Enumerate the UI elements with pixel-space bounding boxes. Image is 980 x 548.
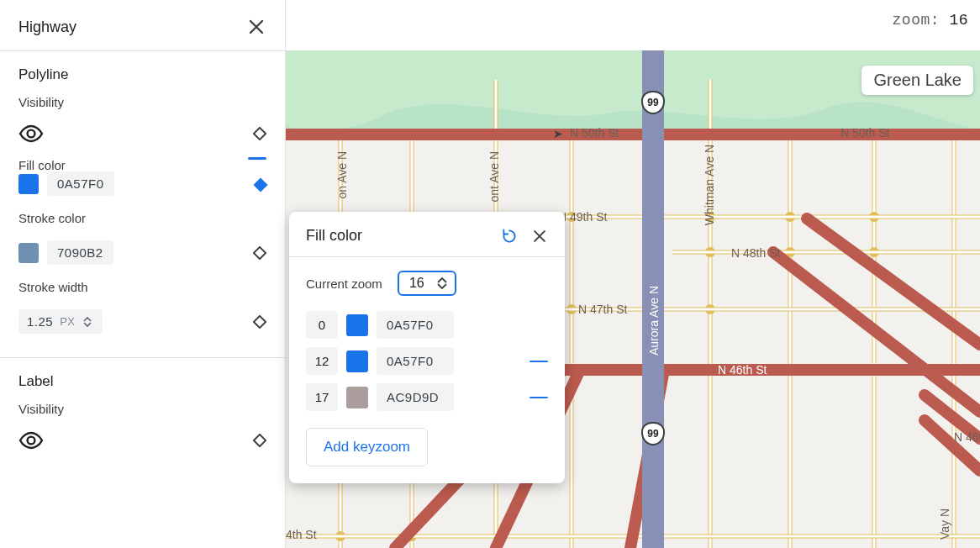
keyzoom-color-swatch[interactable]: [346, 350, 368, 372]
polyline-section-title: Polyline: [18, 66, 266, 83]
label-visibility-row: [18, 426, 266, 461]
diamond-icon[interactable]: [253, 315, 266, 329]
stepper-icon[interactable]: [436, 277, 448, 289]
street-label-n50: N 50th St: [570, 126, 619, 140]
street-label-n48: N 48th St: [731, 246, 780, 260]
label-section-title: Label: [18, 373, 266, 390]
fill-color-row: 0A57F0: [18, 166, 266, 208]
stroke-width-row: 1.25 PX: [18, 304, 266, 345]
keyzoom-color-swatch[interactable]: [346, 314, 368, 336]
zoom-indicator-value: 16: [949, 12, 968, 29]
popup-header: Fill color: [289, 212, 565, 257]
street-label-on2: on Ave N: [335, 151, 349, 199]
zoom-indicator: zoom: 16: [893, 12, 968, 29]
remove-keyzoom-icon[interactable]: [530, 361, 548, 362]
stroke-width-label: Stroke width: [18, 280, 266, 294]
visibility-label: Visibility: [18, 95, 266, 109]
street-label-n50: N 50th St: [840, 126, 889, 140]
street-label-n46: N 46th St: [718, 363, 767, 377]
current-zoom-input[interactable]: 16: [398, 271, 456, 296]
sidebar: Highway Polyline Visibility Fill color: [0, 0, 286, 548]
street-label-whitman: Whitman Ave N: [703, 145, 716, 225]
keyzoom-row: 00A57F0: [306, 311, 548, 339]
svg-rect-3: [254, 246, 266, 258]
keyzoom-zoom[interactable]: 0: [306, 311, 338, 339]
keyzoom-hex[interactable]: 0A57F0: [377, 311, 454, 339]
arrow-icon: ➤: [553, 127, 563, 140]
close-icon[interactable]: [246, 17, 266, 37]
keyzoom-zoom[interactable]: 12: [306, 347, 338, 375]
current-zoom-row: Current zoom 16: [306, 271, 548, 296]
stepper-icon[interactable]: [82, 317, 94, 327]
keyzoom-color-swatch[interactable]: [346, 387, 368, 408]
sidebar-title: Highway: [18, 18, 76, 36]
keyzoom-zoom[interactable]: 17: [306, 383, 338, 411]
stroke-width-unit: PX: [60, 315, 75, 328]
keyzoom-row: 120A57F0: [306, 347, 548, 375]
eye-icon[interactable]: [18, 431, 44, 450]
diamond-icon[interactable]: [253, 246, 266, 260]
current-zoom-label: Current zoom: [306, 277, 382, 291]
keyzoom-list: 00A57F0120A57F017AC9D9D: [306, 311, 548, 411]
label-visibility-label: Visibility: [18, 402, 266, 416]
street-label-n49: N 49th St: [558, 210, 607, 224]
fill-color-hex[interactable]: 0A57F0: [47, 171, 114, 196]
minus-icon[interactable]: [248, 157, 266, 160]
stroke-color-label: Stroke color: [18, 211, 266, 225]
stroke-width-input[interactable]: 1.25 PX: [18, 309, 103, 334]
street-label-ont: ont Ave N: [487, 151, 501, 202]
fill-color-popup: Fill color Current zoom 16: [289, 212, 565, 483]
street-label-n47: N 47th St: [578, 303, 627, 316]
street-label-aurora: Aurora Ave N: [647, 286, 661, 356]
zoom-indicator-label: zoom:: [893, 12, 940, 29]
close-icon[interactable]: [531, 228, 548, 245]
reset-icon[interactable]: [501, 228, 518, 245]
label-section: Label Visibility: [0, 358, 285, 465]
add-keyzoom-button[interactable]: Add keyzoom: [306, 428, 428, 466]
remove-keyzoom-icon[interactable]: [530, 397, 548, 398]
stroke-color-row: 7090B2: [18, 235, 266, 277]
popup-body: Current zoom 16 00A57F0120A57F017AC9D9D …: [289, 257, 565, 483]
svg-rect-2: [254, 177, 268, 192]
current-zoom-value: 16: [409, 276, 428, 291]
svg-rect-4: [254, 315, 266, 327]
fill-color-swatch[interactable]: [18, 174, 39, 194]
svg-rect-1: [254, 128, 266, 140]
diamond-filled-icon[interactable]: [253, 177, 266, 191]
sidebar-header: Highway: [0, 0, 285, 51]
street-label-vay: Vay N: [938, 508, 951, 540]
visibility-row: [18, 119, 266, 155]
popup-title: Fill color: [306, 227, 362, 245]
keyzoom-hex[interactable]: 0A57F0: [377, 347, 454, 375]
stroke-color-hex[interactable]: 7090B2: [47, 240, 113, 265]
keyzoom-hex[interactable]: AC9D9D: [377, 383, 454, 411]
eye-icon[interactable]: [18, 124, 44, 143]
polyline-section: Polyline Visibility Fill color: [0, 51, 285, 349]
svg-rect-7: [286, 0, 980, 50]
street-label-n4th: 4th St: [286, 528, 317, 541]
stroke-width-value: 1.25: [27, 314, 53, 329]
poi-green-lake: Green Lake: [861, 66, 973, 95]
diamond-icon[interactable]: [253, 434, 266, 447]
stroke-color-swatch[interactable]: [18, 243, 39, 263]
svg-point-5: [28, 437, 35, 445]
svg-rect-6: [254, 435, 266, 446]
svg-point-0: [28, 130, 35, 138]
diamond-icon[interactable]: [253, 127, 266, 140]
street-label-n46: N 46th St: [954, 430, 980, 444]
keyzoom-row: 17AC9D9D: [306, 383, 548, 411]
